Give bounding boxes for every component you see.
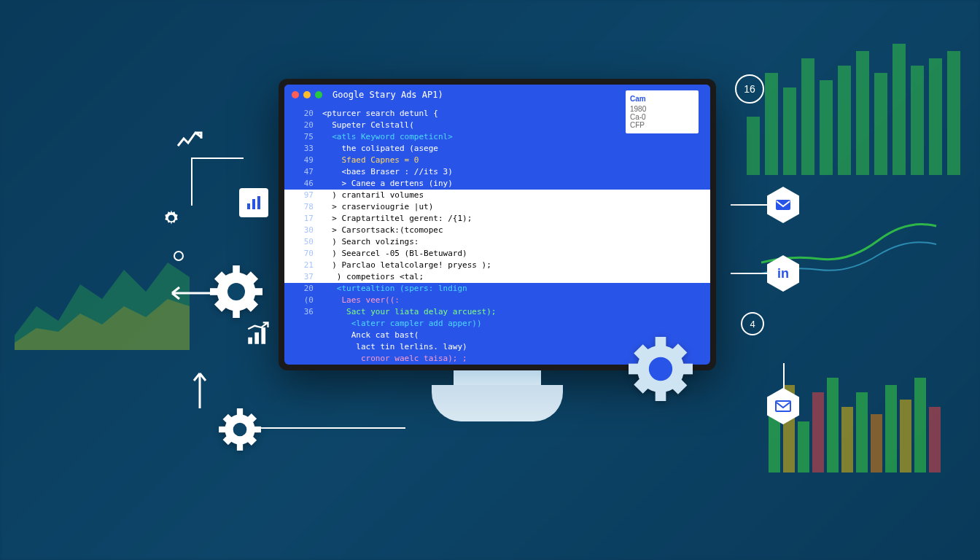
connector-line bbox=[191, 158, 244, 206]
svg-rect-51 bbox=[776, 401, 790, 411]
bg-chart-area bbox=[15, 219, 190, 350]
svg-rect-43 bbox=[219, 427, 226, 432]
gear-bottom-icon bbox=[217, 407, 262, 455]
code-editor: 20<pturcer search detunl {20 Supeter Cel… bbox=[284, 105, 710, 365]
svg-rect-20 bbox=[885, 385, 897, 472]
bg-chart-green bbox=[747, 29, 965, 175]
svg-point-61 bbox=[649, 357, 672, 381]
svg-rect-24 bbox=[247, 203, 250, 209]
connector-line bbox=[731, 204, 767, 206]
svg-rect-54 bbox=[656, 388, 666, 401]
svg-rect-7 bbox=[874, 73, 887, 175]
bar-chart-icon bbox=[239, 188, 268, 217]
svg-rect-21 bbox=[900, 400, 911, 472]
svg-rect-11 bbox=[947, 51, 960, 175]
svg-rect-2 bbox=[783, 88, 796, 175]
growth-chart-icon bbox=[246, 321, 271, 349]
svg-rect-26 bbox=[257, 196, 260, 209]
svg-rect-56 bbox=[680, 364, 693, 375]
svg-rect-53 bbox=[656, 337, 666, 350]
settings-small-icon bbox=[162, 209, 181, 230]
svg-rect-18 bbox=[856, 392, 868, 472]
svg-rect-29 bbox=[233, 308, 240, 318]
gear-right-icon bbox=[629, 337, 693, 404]
mail-outline-hex-icon bbox=[767, 388, 799, 424]
gear-large-icon bbox=[210, 265, 262, 321]
close-dot[interactable] bbox=[292, 91, 299, 98]
minimize-dot[interactable] bbox=[303, 91, 311, 98]
svg-point-49 bbox=[233, 423, 247, 437]
svg-rect-55 bbox=[629, 364, 642, 375]
svg-rect-44 bbox=[254, 427, 261, 432]
svg-rect-39 bbox=[261, 327, 265, 344]
svg-rect-16 bbox=[827, 378, 839, 472]
arrow-up-icon bbox=[192, 368, 207, 411]
linkedin-hex-icon: in bbox=[767, 255, 799, 292]
info-panel: Cam 1980 Ca-0 CFP bbox=[626, 90, 699, 133]
svg-rect-17 bbox=[841, 407, 853, 472]
svg-rect-41 bbox=[237, 408, 243, 416]
svg-rect-23 bbox=[929, 407, 941, 472]
svg-rect-19 bbox=[871, 414, 882, 472]
svg-rect-3 bbox=[801, 58, 814, 175]
window-title: Google Stary Ads AP1) bbox=[332, 90, 443, 100]
maximize-dot[interactable] bbox=[315, 91, 322, 98]
svg-point-36 bbox=[228, 283, 245, 300]
svg-rect-9 bbox=[911, 66, 924, 175]
connector-line bbox=[731, 273, 767, 274]
dot-icon bbox=[174, 251, 184, 261]
svg-rect-4 bbox=[820, 80, 833, 175]
connector-line bbox=[260, 427, 405, 429]
svg-rect-37 bbox=[248, 338, 252, 344]
svg-rect-31 bbox=[252, 288, 262, 295]
svg-rect-25 bbox=[252, 199, 255, 209]
svg-rect-0 bbox=[747, 117, 760, 175]
svg-rect-28 bbox=[233, 265, 240, 276]
svg-rect-6 bbox=[856, 51, 869, 175]
svg-rect-5 bbox=[838, 66, 851, 175]
svg-rect-22 bbox=[914, 378, 926, 472]
svg-rect-42 bbox=[237, 443, 243, 451]
badge-4: 4 bbox=[741, 312, 764, 335]
svg-rect-15 bbox=[812, 392, 824, 472]
svg-rect-1 bbox=[765, 73, 778, 175]
email-hex-icon bbox=[767, 187, 799, 223]
svg-rect-38 bbox=[254, 332, 259, 344]
arrow-left-icon bbox=[166, 286, 210, 303]
trend-icon bbox=[176, 128, 203, 153]
badge-16: 16 bbox=[735, 74, 764, 104]
svg-rect-30 bbox=[210, 288, 220, 295]
svg-rect-50 bbox=[776, 200, 790, 210]
svg-rect-14 bbox=[798, 421, 809, 472]
svg-rect-10 bbox=[929, 58, 942, 175]
svg-rect-8 bbox=[892, 44, 906, 175]
